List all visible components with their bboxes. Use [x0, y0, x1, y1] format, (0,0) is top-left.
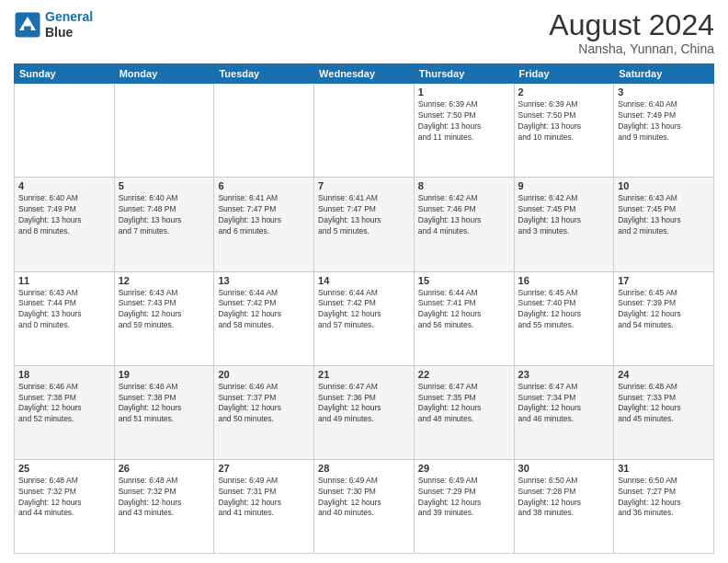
day-info: Sunrise: 6:40 AMSunset: 7:49 PMDaylight:… — [18, 193, 110, 237]
day-number: 10 — [618, 180, 710, 191]
day-info: Sunrise: 6:47 AMSunset: 7:35 PMDaylight:… — [418, 382, 510, 426]
day-number: 9 — [518, 180, 610, 191]
day-number: 1 — [418, 86, 510, 98]
calendar-header-row: SundayMondayTuesdayWednesdayThursdayFrid… — [15, 64, 714, 84]
day-info: Sunrise: 6:44 AMSunset: 7:42 PMDaylight:… — [218, 288, 310, 332]
calendar-week-row: 4Sunrise: 6:40 AMSunset: 7:49 PMDaylight… — [15, 178, 714, 271]
day-info: Sunrise: 6:46 AMSunset: 7:37 PMDaylight:… — [218, 382, 310, 426]
calendar-cell: 18Sunrise: 6:46 AMSunset: 7:38 PMDayligh… — [15, 365, 115, 459]
day-number: 22 — [418, 369, 510, 380]
day-number: 3 — [618, 86, 710, 98]
day-info: Sunrise: 6:46 AMSunset: 7:38 PMDaylight:… — [119, 382, 210, 426]
day-info: Sunrise: 6:45 AMSunset: 7:40 PMDaylight:… — [518, 288, 610, 332]
calendar-cell: 14Sunrise: 6:44 AMSunset: 7:42 PMDayligh… — [314, 271, 415, 365]
day-info: Sunrise: 6:40 AMSunset: 7:49 PMDaylight:… — [618, 99, 710, 144]
day-number: 20 — [218, 369, 310, 380]
calendar-cell: 30Sunrise: 6:50 AMSunset: 7:28 PMDayligh… — [514, 459, 614, 553]
day-number: 29 — [418, 463, 510, 474]
day-info: Sunrise: 6:41 AMSunset: 7:47 PMDaylight:… — [318, 193, 410, 237]
day-header-sunday: Sunday — [15, 64, 115, 84]
day-number: 8 — [418, 180, 510, 191]
day-number: 13 — [218, 275, 310, 286]
calendar-cell: 28Sunrise: 6:49 AMSunset: 7:30 PMDayligh… — [314, 459, 415, 553]
calendar-cell: 13Sunrise: 6:44 AMSunset: 7:42 PMDayligh… — [214, 271, 314, 365]
day-info: Sunrise: 6:43 AMSunset: 7:43 PMDaylight:… — [119, 288, 210, 332]
day-header-friday: Friday — [514, 64, 614, 84]
calendar-cell: 15Sunrise: 6:44 AMSunset: 7:41 PMDayligh… — [414, 271, 514, 365]
logo-line2: Blue — [45, 25, 93, 40]
calendar-cell: 27Sunrise: 6:49 AMSunset: 7:31 PMDayligh… — [214, 459, 314, 553]
calendar: SundayMondayTuesdayWednesdayThursdayFrid… — [14, 63, 714, 554]
day-info: Sunrise: 6:39 AMSunset: 7:50 PMDaylight:… — [418, 99, 510, 144]
calendar-cell: 12Sunrise: 6:43 AMSunset: 7:43 PMDayligh… — [114, 271, 214, 365]
day-info: Sunrise: 6:44 AMSunset: 7:41 PMDaylight:… — [418, 288, 510, 332]
day-info: Sunrise: 6:47 AMSunset: 7:36 PMDaylight:… — [318, 382, 410, 426]
calendar-cell: 8Sunrise: 6:42 AMSunset: 7:46 PMDaylight… — [414, 178, 514, 271]
day-info: Sunrise: 6:50 AMSunset: 7:28 PMDaylight:… — [518, 476, 610, 520]
day-number: 28 — [318, 463, 410, 474]
day-number: 11 — [18, 275, 110, 286]
calendar-cell — [314, 84, 415, 178]
day-number: 24 — [618, 369, 710, 380]
calendar-cell: 31Sunrise: 6:50 AMSunset: 7:27 PMDayligh… — [614, 459, 714, 553]
location: Nansha, Yunnan, China — [549, 41, 714, 56]
day-number: 19 — [119, 369, 210, 380]
calendar-cell: 29Sunrise: 6:49 AMSunset: 7:29 PMDayligh… — [414, 459, 514, 553]
calendar-cell: 2Sunrise: 6:39 AMSunset: 7:50 PMDaylight… — [514, 84, 614, 178]
month-title: August 2024 — [549, 9, 714, 41]
calendar-week-row: 18Sunrise: 6:46 AMSunset: 7:38 PMDayligh… — [15, 365, 714, 459]
day-header-wednesday: Wednesday — [314, 64, 415, 84]
calendar-week-row: 25Sunrise: 6:48 AMSunset: 7:32 PMDayligh… — [15, 459, 714, 553]
day-info: Sunrise: 6:40 AMSunset: 7:48 PMDaylight:… — [119, 193, 210, 237]
day-number: 7 — [318, 180, 410, 191]
day-info: Sunrise: 6:42 AMSunset: 7:46 PMDaylight:… — [418, 193, 510, 237]
calendar-week-row: 11Sunrise: 6:43 AMSunset: 7:44 PMDayligh… — [15, 271, 714, 365]
day-info: Sunrise: 6:45 AMSunset: 7:39 PMDaylight:… — [618, 288, 710, 332]
day-number: 2 — [518, 86, 610, 98]
calendar-cell: 6Sunrise: 6:41 AMSunset: 7:47 PMDaylight… — [214, 178, 314, 271]
day-number: 6 — [218, 180, 310, 191]
logo: General Blue — [14, 9, 93, 40]
day-info: Sunrise: 6:48 AMSunset: 7:32 PMDaylight:… — [18, 476, 110, 520]
day-number: 31 — [618, 463, 710, 474]
calendar-cell: 1Sunrise: 6:39 AMSunset: 7:50 PMDaylight… — [414, 84, 514, 178]
day-number: 12 — [119, 275, 210, 286]
day-info: Sunrise: 6:50 AMSunset: 7:27 PMDaylight:… — [618, 476, 710, 520]
day-info: Sunrise: 6:48 AMSunset: 7:32 PMDaylight:… — [119, 476, 210, 520]
day-header-monday: Monday — [114, 64, 214, 84]
calendar-cell: 24Sunrise: 6:48 AMSunset: 7:33 PMDayligh… — [614, 365, 714, 459]
calendar-cell: 17Sunrise: 6:45 AMSunset: 7:39 PMDayligh… — [614, 271, 714, 365]
day-number: 30 — [518, 463, 610, 474]
calendar-cell — [114, 84, 214, 178]
calendar-cell: 3Sunrise: 6:40 AMSunset: 7:49 PMDaylight… — [614, 84, 714, 178]
day-info: Sunrise: 6:46 AMSunset: 7:38 PMDaylight:… — [18, 382, 110, 426]
calendar-cell — [214, 84, 314, 178]
logo-text: General Blue — [45, 9, 93, 40]
calendar-cell: 10Sunrise: 6:43 AMSunset: 7:45 PMDayligh… — [614, 178, 714, 271]
calendar-cell: 9Sunrise: 6:42 AMSunset: 7:45 PMDaylight… — [514, 178, 614, 271]
day-info: Sunrise: 6:48 AMSunset: 7:33 PMDaylight:… — [618, 382, 710, 426]
calendar-cell: 16Sunrise: 6:45 AMSunset: 7:40 PMDayligh… — [514, 271, 614, 365]
day-number: 4 — [18, 180, 110, 191]
day-info: Sunrise: 6:43 AMSunset: 7:44 PMDaylight:… — [18, 288, 110, 332]
day-number: 16 — [518, 275, 610, 286]
calendar-cell: 7Sunrise: 6:41 AMSunset: 7:47 PMDaylight… — [314, 178, 415, 271]
day-number: 15 — [418, 275, 510, 286]
svg-rect-2 — [24, 26, 31, 31]
day-info: Sunrise: 6:43 AMSunset: 7:45 PMDaylight:… — [618, 193, 710, 237]
day-info: Sunrise: 6:49 AMSunset: 7:31 PMDaylight:… — [218, 476, 310, 520]
day-number: 26 — [119, 463, 210, 474]
calendar-cell: 19Sunrise: 6:46 AMSunset: 7:38 PMDayligh… — [114, 365, 214, 459]
calendar-cell: 21Sunrise: 6:47 AMSunset: 7:36 PMDayligh… — [314, 365, 415, 459]
day-info: Sunrise: 6:41 AMSunset: 7:47 PMDaylight:… — [218, 193, 310, 237]
day-header-thursday: Thursday — [414, 64, 514, 84]
calendar-cell — [15, 84, 115, 178]
calendar-cell: 5Sunrise: 6:40 AMSunset: 7:48 PMDaylight… — [114, 178, 214, 271]
day-info: Sunrise: 6:39 AMSunset: 7:50 PMDaylight:… — [518, 99, 610, 144]
day-info: Sunrise: 6:42 AMSunset: 7:45 PMDaylight:… — [518, 193, 610, 237]
calendar-cell: 4Sunrise: 6:40 AMSunset: 7:49 PMDaylight… — [15, 178, 115, 271]
calendar-cell: 20Sunrise: 6:46 AMSunset: 7:37 PMDayligh… — [214, 365, 314, 459]
header: General Blue August 2024 Nansha, Yunnan,… — [14, 9, 714, 56]
day-number: 27 — [218, 463, 310, 474]
day-info: Sunrise: 6:47 AMSunset: 7:34 PMDaylight:… — [518, 382, 610, 426]
